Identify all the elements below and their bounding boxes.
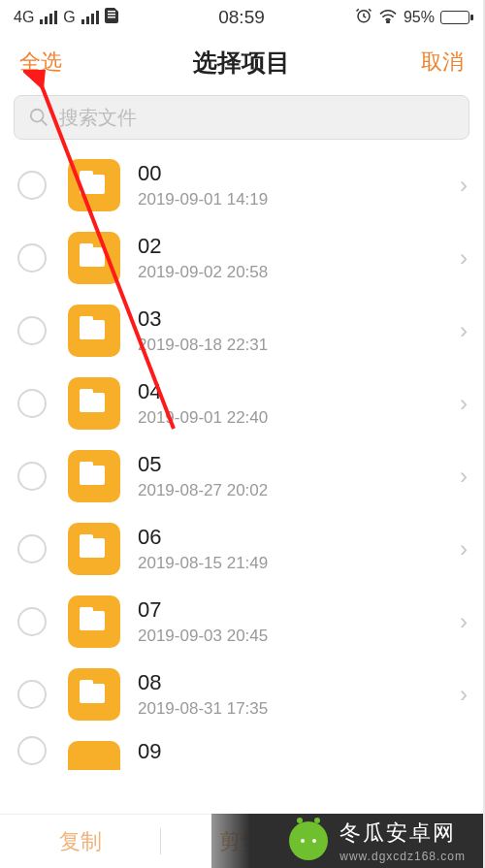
item-date: 2019-08-31 17:35	[138, 699, 460, 719]
watermark-name: 冬瓜安卓网	[340, 820, 456, 845]
screen: 4G G 08:59 95% 全选 选择项目 取消 搜索文	[0, 0, 485, 868]
checkbox[interactable]	[17, 389, 47, 418]
item-date: 2019-09-01 14:19	[138, 190, 460, 209]
svg-rect-2	[108, 16, 115, 18]
checkbox[interactable]	[17, 171, 47, 200]
folder-icon	[68, 595, 120, 648]
item-name: 07	[138, 597, 460, 623]
chevron-right-icon: ›	[460, 244, 471, 272]
svg-point-5	[31, 110, 44, 122]
item-name: 04	[138, 379, 460, 404]
item-date: 2019-09-01 22:40	[138, 408, 460, 428]
checkbox[interactable]	[17, 534, 47, 563]
checkbox[interactable]	[17, 243, 47, 273]
item-date: 2019-08-27 20:02	[138, 481, 460, 500]
list-item[interactable]: 08 2019-08-31 17:35 ›	[0, 658, 483, 730]
watermark-url: www.dgxcdz168.com	[340, 850, 466, 863]
list-item[interactable]: 02 2019-09-02 20:58 ›	[0, 221, 483, 294]
item-name: 00	[138, 161, 460, 186]
battery-icon	[440, 11, 469, 24]
android-icon	[289, 821, 328, 860]
chevron-right-icon: ›	[460, 172, 471, 199]
folder-icon	[68, 668, 120, 721]
checkbox[interactable]	[17, 736, 47, 765]
copy-button[interactable]: 复制	[0, 815, 160, 868]
signal-bars-icon	[81, 11, 99, 24]
checkbox[interactable]	[17, 316, 47, 345]
svg-rect-0	[108, 11, 115, 13]
chevron-right-icon: ›	[460, 535, 471, 563]
folder-icon	[68, 377, 120, 430]
alarm-icon	[355, 7, 372, 28]
list-item[interactable]: 07 2019-09-03 20:45 ›	[0, 585, 483, 658]
folder-icon	[68, 741, 120, 770]
network-g-label: G	[63, 9, 75, 26]
network-4g-label: 4G	[14, 9, 34, 26]
battery-text: 95%	[404, 9, 435, 26]
folder-icon	[68, 523, 120, 575]
chevron-right-icon: ›	[460, 681, 471, 708]
folder-icon	[68, 450, 120, 502]
chevron-right-icon: ›	[460, 317, 471, 344]
watermark: 冬瓜安卓网 www.dgxcdz168.com	[211, 814, 483, 868]
item-name: 06	[138, 525, 460, 550]
chevron-right-icon: ›	[460, 463, 471, 490]
search-input[interactable]: 搜索文件	[14, 95, 469, 140]
list-item[interactable]: 04 2019-09-01 22:40 ›	[0, 367, 483, 439]
folder-icon	[68, 305, 120, 357]
checkbox[interactable]	[17, 607, 47, 636]
item-date: 2019-08-15 21:49	[138, 554, 460, 573]
nav-bar: 全选 选择项目 取消	[0, 35, 483, 89]
list-item[interactable]: 00 2019-09-01 14:19 ›	[0, 149, 483, 221]
status-time: 08:59	[218, 7, 265, 28]
sim-icon	[105, 8, 118, 27]
select-all-button[interactable]: 全选	[19, 48, 78, 77]
item-name: 02	[138, 234, 460, 259]
search-icon	[28, 107, 49, 128]
item-name: 09	[138, 739, 468, 764]
signal-bars-icon	[40, 11, 57, 24]
svg-point-4	[387, 20, 389, 22]
folder-icon	[68, 232, 120, 284]
item-name: 05	[138, 452, 460, 477]
chevron-right-icon: ›	[460, 390, 471, 417]
list-item[interactable]: 06 2019-08-15 21:49 ›	[0, 512, 483, 585]
status-bar: 4G G 08:59 95%	[0, 0, 483, 35]
page-title: 选择项目	[78, 47, 405, 79]
item-date: 2019-09-02 20:58	[138, 263, 460, 282]
chevron-right-icon: ›	[460, 608, 471, 635]
checkbox[interactable]	[17, 680, 47, 709]
svg-rect-1	[108, 14, 115, 16]
folder-list[interactable]: 00 2019-09-01 14:19 › 02 2019-09-02 20:5…	[0, 149, 483, 868]
search-wrap: 搜索文件	[0, 89, 483, 149]
list-item[interactable]: 03 2019-08-18 22:31 ›	[0, 294, 483, 367]
cancel-button[interactable]: 取消	[405, 48, 464, 77]
item-name: 03	[138, 306, 460, 332]
search-placeholder: 搜索文件	[59, 105, 137, 131]
folder-icon	[68, 159, 120, 211]
item-date: 2019-09-03 20:45	[138, 627, 460, 646]
list-item[interactable]: 05 2019-08-27 20:02 ›	[0, 439, 483, 512]
item-date: 2019-08-18 22:31	[138, 336, 460, 355]
list-item[interactable]: 09	[0, 730, 483, 770]
checkbox[interactable]	[17, 462, 47, 491]
item-name: 08	[138, 670, 460, 695]
wifi-icon	[378, 8, 398, 27]
